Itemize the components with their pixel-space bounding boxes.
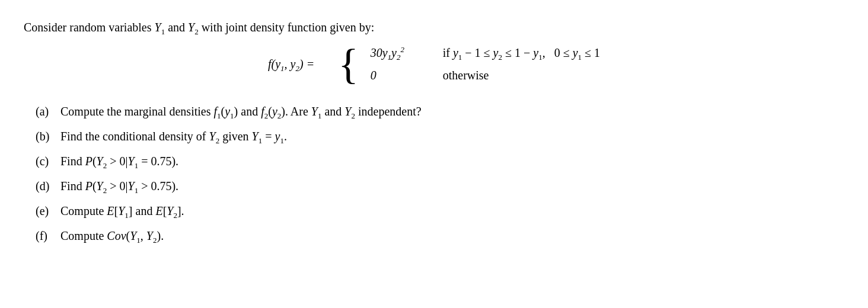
case-row-2: 0 otherwise [371, 66, 600, 85]
cases-content: 30y1y22 if y1 − 1 ≤ y2 ≤ 1 − y1, 0 ≤ y1 … [371, 43, 600, 85]
case1-condition: if y1 − 1 ≤ y2 ≤ 1 − y1, 0 ≤ y1 ≤ 1 [443, 43, 600, 62]
part-d-label: (d) [36, 177, 55, 195]
brace-container: { 30y1y22 if y1 − 1 ≤ y2 ≤ 1 − y1, 0 ≤ y… [338, 43, 600, 85]
part-b-text: Find the conditional density of Y2 given… [60, 127, 287, 146]
part-f-label: (f) [36, 226, 55, 245]
part-e-text: Compute E[Y1] and E[Y2]. [60, 201, 184, 220]
case1-expr: 30y1y22 [371, 43, 424, 62]
case2-condition: otherwise [443, 66, 489, 85]
part-e: (e) Compute E[Y1] and E[Y2]. [36, 201, 844, 220]
left-brace: { [338, 43, 359, 85]
intro-text: Consider random variables Y1 and Y2 with… [24, 18, 844, 37]
part-e-label: (e) [36, 201, 55, 220]
case-row-1: 30y1y22 if y1 − 1 ≤ y2 ≤ 1 − y1, 0 ≤ y1 … [371, 43, 600, 62]
part-a-label: (a) [36, 102, 55, 121]
part-d-text: Find P(Y2 > 0|Y1 > 0.75). [60, 177, 178, 195]
part-b: (b) Find the conditional density of Y2 g… [36, 127, 844, 146]
part-d: (d) Find P(Y2 > 0|Y1 > 0.75). [36, 177, 844, 195]
part-a: (a) Compute the marginal densities f1(y1… [36, 102, 844, 121]
parts-list: (a) Compute the marginal densities f1(y1… [24, 102, 844, 245]
part-f-text: Compute Cov(Y1, Y2). [60, 226, 164, 245]
part-c: (c) Find P(Y2 > 0|Y1 = 0.75). [36, 152, 844, 171]
part-c-text: Find P(Y2 > 0|Y1 = 0.75). [60, 152, 178, 171]
part-c-label: (c) [36, 152, 55, 171]
f-label: f(y1, y2) = [268, 54, 314, 73]
formula-block: f(y1, y2) = { 30y1y22 if y1 − 1 ≤ y2 ≤ 1… [24, 43, 844, 85]
part-b-label: (b) [36, 127, 55, 146]
part-a-text: Compute the marginal densities f1(y1) an… [60, 102, 422, 121]
part-f: (f) Compute Cov(Y1, Y2). [36, 226, 844, 245]
case2-expr: 0 [371, 66, 424, 85]
